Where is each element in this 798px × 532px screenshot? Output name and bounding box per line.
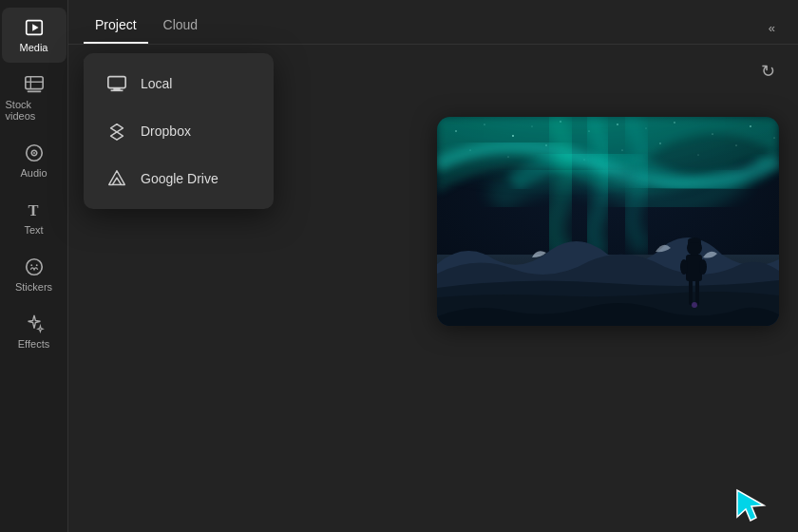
sidebar-item-audio[interactable]: Audio [2,133,66,188]
svg-point-49 [688,238,701,243]
collapse-button[interactable]: « [761,17,783,39]
audio-icon [24,142,45,163]
sidebar-item-label: Audio [20,167,47,179]
effects-icon [24,314,45,334]
main-panel: Project Cloud « Upload ▲ ↻ Local [68,0,798,532]
svg-point-50 [692,302,697,308]
svg-marker-51 [737,490,764,521]
media-icon [24,17,45,38]
tab-project[interactable]: Project [84,11,148,44]
refresh-button[interactable]: ↻ [753,57,783,86]
svg-rect-42 [689,278,693,305]
svg-rect-13 [108,77,125,88]
sidebar-item-stock-videos[interactable]: Stock videos [2,65,66,131]
sidebar-item-label: Stickers [15,281,52,293]
local-label: Local [141,76,172,91]
svg-text:T: T [28,201,38,219]
stickers-icon [24,256,45,277]
svg-point-12 [35,264,37,266]
dropdown-item-google-drive[interactable]: Google Drive [87,156,270,201]
sidebar-item-label: Media [20,42,48,53]
sidebar-item-effects[interactable]: Effects [2,304,66,359]
svg-rect-5 [27,90,41,92]
google-drive-icon [106,168,127,189]
sidebar: Media Stock videos Audio T Text [0,0,68,532]
local-icon [106,73,127,94]
svg-point-45 [680,259,688,275]
svg-marker-16 [111,124,124,141]
svg-marker-17 [109,171,125,185]
svg-rect-2 [25,77,42,89]
svg-point-8 [33,152,35,154]
google-drive-label: Google Drive [141,171,218,186]
sidebar-item-stickers[interactable]: Stickers [2,247,66,302]
sidebar-item-text[interactable]: T Text [2,190,66,245]
tab-cloud[interactable]: Cloud [152,11,210,44]
svg-marker-1 [32,24,38,30]
sidebar-item-label: Effects [18,338,49,350]
dropdown-item-dropbox[interactable]: Dropbox [87,108,270,154]
svg-rect-43 [695,278,699,305]
upload-dropdown: Local Dropbox Google Drive [84,53,274,209]
text-icon: T [24,200,45,220]
stock-videos-icon [24,74,45,95]
sidebar-item-label: Text [24,224,43,236]
svg-point-11 [30,264,32,266]
dropdown-item-local[interactable]: Local [87,61,270,106]
svg-point-10 [26,259,42,276]
sidebar-item-media[interactable]: Media [2,8,66,63]
aurora-preview-image [437,117,779,326]
svg-point-46 [699,259,707,275]
cursor-arrow [733,486,768,521]
dropbox-icon [106,121,127,142]
dropbox-label: Dropbox [141,124,191,139]
tabs-bar: Project Cloud « [68,0,798,45]
sidebar-item-label: Stock videos [6,99,63,122]
